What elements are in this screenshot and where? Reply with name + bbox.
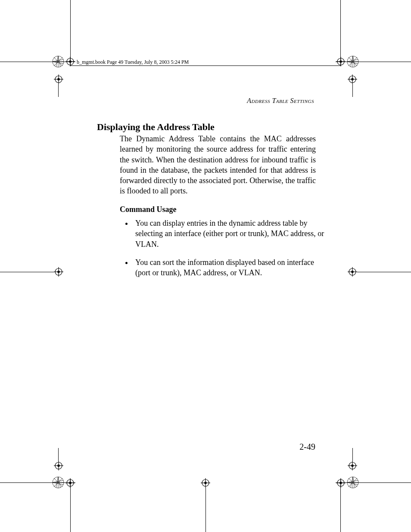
registration-mark-icon xyxy=(336,57,346,66)
registration-mark-icon xyxy=(54,75,63,84)
crop-line xyxy=(352,84,353,97)
registration-mark-icon xyxy=(348,75,357,84)
registration-mark-icon xyxy=(65,478,75,488)
svg-point-37 xyxy=(57,271,60,273)
svg-point-7 xyxy=(57,78,60,81)
sunburst-icon xyxy=(52,55,65,68)
svg-point-62 xyxy=(339,482,342,484)
svg-point-49 xyxy=(57,464,60,467)
svg-point-24 xyxy=(351,78,354,81)
registration-mark-icon xyxy=(201,478,210,488)
svg-point-20 xyxy=(339,60,342,63)
svg-point-41 xyxy=(351,271,354,273)
registration-mark-icon xyxy=(336,478,346,488)
registration-mark-icon xyxy=(54,461,63,470)
command-usage-subhead: Command Usage xyxy=(120,205,177,214)
list-item: You can sort the information displayed b… xyxy=(133,257,329,278)
svg-point-79 xyxy=(204,482,207,484)
crop-line xyxy=(206,488,206,532)
crop-line xyxy=(58,448,59,461)
page-container: b_mgmt.book Page 49 Tuesday, July 8, 200… xyxy=(0,0,411,532)
page-number: 2-49 xyxy=(299,442,315,452)
command-usage-list: You can display entries in the dynamic a… xyxy=(120,218,329,286)
svg-point-45 xyxy=(69,482,72,484)
sunburst-icon xyxy=(346,55,359,68)
section-heading: Displaying the Address Table xyxy=(97,121,215,133)
running-header: Address Table Settings xyxy=(142,97,314,105)
registration-mark-icon xyxy=(65,57,75,66)
svg-point-66 xyxy=(351,464,354,467)
crop-line xyxy=(70,0,71,65)
registration-mark-icon xyxy=(348,267,357,277)
crop-line xyxy=(340,0,341,65)
crop-line xyxy=(70,65,341,66)
sunburst-icon xyxy=(346,476,359,489)
svg-point-3 xyxy=(69,60,72,63)
intro-paragraph: The Dynamic Address Table contains the M… xyxy=(120,134,316,196)
crop-line xyxy=(357,272,411,272)
registration-mark-icon xyxy=(348,461,357,470)
crop-line xyxy=(0,272,54,272)
crop-line xyxy=(352,448,353,461)
print-header: b_mgmt.book Page 49 Tuesday, July 8, 200… xyxy=(77,59,189,65)
sunburst-icon xyxy=(52,476,65,489)
registration-mark-icon xyxy=(54,267,63,277)
crop-line xyxy=(58,84,59,97)
list-item: You can display entries in the dynamic a… xyxy=(133,218,329,249)
